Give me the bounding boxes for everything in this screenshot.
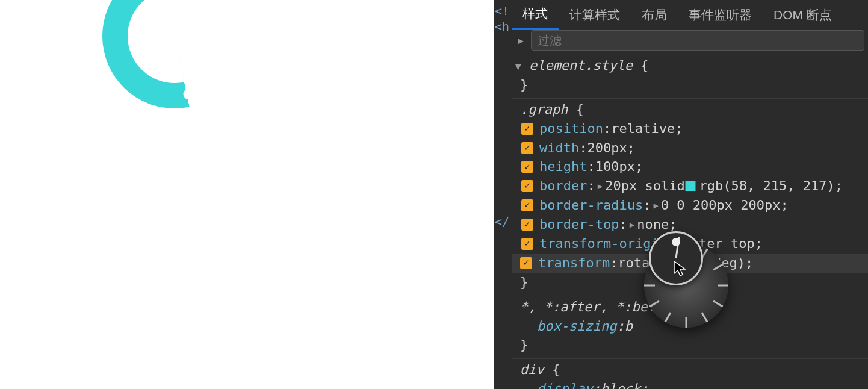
tab-event-listeners[interactable]: 事件监听器	[678, 0, 763, 30]
decl-border[interactable]: border: ▶20px solid rgb(58, 215, 217);	[520, 176, 860, 196]
css-property[interactable]: box-sizing	[537, 317, 616, 336]
semicolon: ;	[640, 379, 648, 389]
brace: {	[633, 58, 649, 73]
collapse-toggle-icon[interactable]: ▼	[515, 61, 521, 72]
brace: }	[520, 275, 528, 290]
rendered-preview-pane	[0, 0, 494, 389]
property-enable-checkbox[interactable]	[520, 257, 532, 269]
decl-position[interactable]: position: relative;	[520, 119, 860, 138]
colon: :	[619, 215, 627, 234]
semicolon: ;	[627, 138, 635, 158]
property-enable-checkbox[interactable]	[521, 238, 533, 250]
tab-dom-breakpoints[interactable]: DOM 断点	[763, 0, 843, 30]
expand-toggle-icon[interactable]: ▶	[515, 35, 526, 46]
property-enable-checkbox[interactable]	[521, 123, 533, 135]
colon: :	[579, 138, 587, 158]
expand-shorthand-icon[interactable]: ▶	[598, 180, 603, 192]
selector-text[interactable]: *, *:after, *:bef	[520, 299, 656, 314]
css-value[interactable]: rotate(	[618, 254, 674, 273]
decl-transform-origin[interactable]: transform-origin: center top;	[520, 234, 860, 254]
decl-border-top[interactable]: border-top: ▶none;	[520, 215, 860, 234]
semicolon: ;	[745, 254, 753, 273]
property-enable-checkbox[interactable]	[521, 161, 533, 173]
css-property[interactable]: width	[539, 138, 579, 158]
selector-text[interactable]: .graph	[520, 102, 568, 117]
decl-transform[interactable]: transform: rotate(!348deg);	[512, 254, 868, 273]
decl-box-sizing[interactable]: box-sizing: b	[520, 317, 860, 336]
angle-editor-icon[interactable]: !	[675, 257, 688, 270]
css-property[interactable]: border	[539, 176, 587, 196]
css-property[interactable]: display	[537, 379, 593, 389]
dom-tree-gutter: <! <h </	[494, 0, 512, 389]
semicolon: ;	[835, 176, 843, 196]
brace: {	[544, 362, 560, 377]
property-enable-checkbox[interactable]	[521, 199, 533, 211]
rule-universal[interactable]: *, *:after, *:bef box-sizing: b }	[512, 296, 868, 359]
dom-line[interactable]: <h	[494, 19, 512, 35]
semicolon: ;	[781, 196, 789, 215]
css-property[interactable]: position	[539, 119, 603, 138]
tab-layout[interactable]: 布局	[631, 0, 678, 30]
brace: }	[520, 77, 528, 92]
semicolon: ;	[669, 215, 677, 234]
decl-height[interactable]: height: 100px;	[520, 157, 860, 176]
styles-filter-input[interactable]	[531, 30, 864, 51]
colon: :	[610, 254, 618, 273]
brace: {	[568, 102, 584, 117]
property-enable-checkbox[interactable]	[521, 219, 533, 231]
css-property[interactable]: border-radius	[539, 196, 643, 215]
css-value[interactable]: relative	[611, 119, 675, 138]
css-value[interactable]: 0 0 200px 200px	[661, 196, 781, 215]
css-value[interactable]: block	[601, 379, 640, 389]
devtools-panel: <! <h </ 样式 计算样式 布局 事件监听器 DOM 断点 ▶ ▼ ele…	[494, 0, 868, 389]
semicolon: ;	[755, 234, 763, 254]
css-value[interactable]: 100px	[595, 157, 635, 176]
rule-element-style[interactable]: ▼ element.style { }	[512, 55, 868, 99]
css-value: )	[737, 254, 745, 273]
expand-shorthand-icon[interactable]: ▶	[653, 199, 658, 211]
decl-display[interactable]: display: block;	[520, 379, 860, 389]
css-value[interactable]: center top	[675, 234, 754, 254]
css-value[interactable]: 200px	[587, 138, 627, 158]
colon: :	[667, 234, 675, 254]
dom-line[interactable]: <!	[494, 4, 512, 19]
filter-row: ▶	[512, 30, 868, 51]
css-value[interactable]: b	[625, 317, 633, 336]
semicolon: ;	[635, 157, 643, 176]
selector-text[interactable]: element.style	[529, 58, 633, 73]
expand-shorthand-icon[interactable]: ▶	[630, 219, 634, 231]
graph-element	[89, 0, 190, 122]
devtools-tabbar: 样式 计算样式 布局 事件监听器 DOM 断点	[512, 0, 868, 30]
colon: :	[587, 176, 595, 196]
color-swatch[interactable]	[685, 181, 696, 191]
styles-rules-list: ▼ element.style { } .graph { position: r…	[512, 51, 868, 389]
colon: :	[643, 196, 651, 215]
rule-div[interactable]: div { display: block; }	[512, 359, 868, 389]
semicolon: ;	[675, 119, 683, 138]
css-property[interactable]: transform	[538, 254, 610, 273]
css-value[interactable]: none	[637, 215, 669, 234]
css-property[interactable]: height	[539, 157, 587, 176]
tab-styles[interactable]: 样式	[512, 0, 559, 30]
colon: :	[593, 379, 601, 389]
rule-graph[interactable]: .graph { position: relative; width: 200p…	[512, 99, 868, 296]
property-enable-checkbox[interactable]	[521, 142, 533, 154]
decl-width[interactable]: width: 200px;	[520, 138, 860, 158]
decl-border-radius[interactable]: border-radius: ▶0 0 200px 200px;	[520, 196, 860, 215]
tab-computed[interactable]: 计算样式	[559, 0, 631, 30]
selector-text[interactable]: div	[520, 362, 544, 377]
css-property[interactable]: transform-origin	[539, 234, 667, 254]
colon: :	[603, 119, 611, 138]
colon: :	[616, 317, 624, 336]
brace: }	[520, 337, 528, 352]
css-value-angle[interactable]: 348deg	[689, 254, 737, 273]
css-value[interactable]: 20px solid	[605, 176, 684, 196]
colon: :	[587, 157, 595, 176]
css-value-color[interactable]: rgb(58, 215, 217)	[699, 176, 835, 196]
css-property[interactable]: border-top	[539, 215, 619, 234]
styles-main-column: 样式 计算样式 布局 事件监听器 DOM 断点 ▶ ▼ element.styl…	[512, 0, 868, 389]
property-enable-checkbox[interactable]	[521, 180, 533, 192]
dom-line[interactable]: </	[494, 214, 509, 229]
